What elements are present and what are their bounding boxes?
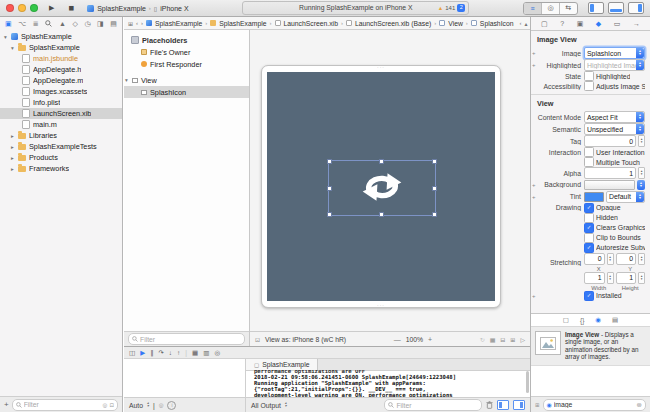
object-library-icon[interactable]: ◉ [595, 316, 601, 324]
outline-filter-input[interactable] [140, 335, 241, 344]
outline-placeholders-header[interactable]: Placeholders [124, 34, 249, 46]
nav-item-info-plist[interactable]: Info.plist [0, 97, 122, 108]
stretch-y-field[interactable]: 0 [616, 253, 637, 265]
step-over-button[interactable]: ↷ [158, 349, 163, 357]
find-navigator-icon[interactable] [45, 20, 52, 28]
code-snippet-library-icon[interactable]: {} [580, 317, 584, 324]
popup-arrows-icon[interactable]: ▴▾ [637, 180, 645, 190]
related-items-icon[interactable]: ⊞ [128, 20, 133, 27]
breakpoints-toggle-button[interactable]: ▶ [140, 349, 145, 357]
outline-filter-field[interactable] [128, 333, 245, 345]
nav-item-project-splashexample[interactable]: ▾ SplashExample [0, 31, 122, 42]
standard-editor-button[interactable]: ≡ [524, 3, 542, 14]
library-search-field[interactable]: ◉ ⊗ [543, 399, 646, 411]
run-button[interactable]: ▶ [49, 4, 54, 12]
resize-handle[interactable] [379, 212, 384, 217]
report-navigator-icon[interactable]: ▤ [110, 20, 117, 28]
resolve-issues-button[interactable]: ▷ [520, 336, 525, 343]
highlighted-checkbox[interactable] [584, 71, 594, 81]
align-button[interactable]: ⊟ [500, 336, 505, 343]
project-navigator-icon[interactable]: ▣ [5, 20, 12, 28]
identity-inspector-icon[interactable]: ▣ [577, 20, 584, 28]
add-variation-button[interactable]: + [532, 62, 536, 68]
add-variation-button[interactable]: + [532, 182, 536, 188]
clears-graphics-context-checkbox[interactable]: ✓ [584, 223, 594, 233]
crumb-project[interactable]: SplashExample [155, 20, 202, 27]
installed-checkbox[interactable]: ✓ [584, 291, 594, 301]
toggle-debug-area-button[interactable] [608, 2, 624, 14]
version-editor-button[interactable]: ⇆ [560, 3, 577, 14]
disclosure-icon[interactable]: ▸ [10, 155, 15, 161]
disclosure-icon[interactable]: ▾ [124, 77, 129, 83]
issue-up-icon[interactable]: ▴ [525, 20, 528, 27]
crumb-group[interactable]: SplashExample [219, 20, 266, 27]
issue-badge[interactable]: 2 [457, 4, 465, 12]
popup-arrows-icon[interactable]: ▴▾ [636, 192, 644, 202]
variables-scope-popup[interactable]: Auto [129, 402, 143, 409]
resize-handle[interactable] [432, 186, 437, 191]
toggle-navigator-button[interactable] [588, 2, 604, 14]
debug-memory-graph-button[interactable]: ▥ [203, 349, 209, 357]
breakpoint-navigator-icon[interactable]: ◨ [97, 20, 104, 28]
add-variation-button[interactable]: + [532, 50, 536, 56]
console-session-tab[interactable]: ▢ SplashExample [246, 359, 318, 370]
nav-item-images-xcassets[interactable]: Images.xcassets [0, 86, 122, 97]
stretch-x-stepper[interactable]: ▴▾ [607, 253, 614, 265]
nav-item-appdelegate-m[interactable]: AppDelegate.m [0, 75, 122, 86]
quick-help-inspector-icon[interactable]: ? [560, 20, 564, 27]
autoresize-subviews-checkbox[interactable]: ✓ [584, 243, 594, 253]
stretch-width-field[interactable]: 1 [584, 272, 605, 284]
outline-files-owner[interactable]: File's Owner [124, 46, 249, 58]
symbol-navigator-icon[interactable]: ≣ [33, 20, 39, 28]
warning-count[interactable]: 141 [445, 5, 455, 11]
grid-view-button[interactable]: ⊞ [535, 402, 540, 408]
size-inspector-icon[interactable]: ▭ [614, 20, 621, 28]
zoom-in-button[interactable]: + [428, 336, 432, 343]
splashicon-selection[interactable] [328, 160, 436, 216]
file-inspector-icon[interactable]: ▢ [541, 20, 548, 28]
alpha-stepper[interactable]: ▴▾ [638, 167, 645, 179]
attributes-inspector-icon[interactable]: ◆ [596, 20, 601, 28]
tint-popup[interactable]: Default ▴▾ [606, 191, 645, 203]
update-frames-button[interactable]: ↻ [480, 336, 485, 343]
connections-inspector-icon[interactable]: → [633, 20, 640, 27]
disclosure-icon[interactable]: ▸ [10, 144, 15, 150]
warning-icon[interactable]: ▲ [438, 5, 443, 11]
nav-item-main-jsbundle[interactable]: main.jsbundle [0, 53, 122, 64]
crumb-file[interactable]: LaunchScreen.xib [284, 20, 338, 27]
go-forward-button[interactable]: › [141, 20, 143, 26]
multiple-touch-checkbox[interactable] [584, 157, 594, 167]
opaque-checkbox[interactable]: ✓ [584, 203, 594, 213]
previous-issue-button[interactable]: ‹ [520, 20, 522, 26]
step-into-button[interactable]: ↓ [169, 349, 172, 356]
toggle-utilities-button[interactable] [628, 2, 644, 14]
show-console-view-button[interactable] [513, 400, 525, 410]
add-file-button[interactable]: + [4, 400, 9, 409]
crumb-splashicon[interactable]: SplashIcon [480, 20, 514, 27]
resize-handle[interactable] [432, 212, 437, 217]
disclosure-icon[interactable]: ▸ [10, 166, 15, 172]
source-control-navigator-icon[interactable]: ⌥ [18, 20, 26, 28]
stretch-y-stepper[interactable]: ▴▾ [638, 253, 645, 265]
scheme-selector[interactable]: SplashExample › ▯ iPhone X [87, 5, 188, 12]
add-variation-button[interactable]: + [532, 293, 536, 299]
user-interaction-checkbox[interactable] [584, 147, 594, 157]
outline-toggle-button[interactable]: ⊡ [255, 336, 260, 343]
recent-files-icon[interactable]: ◎ [103, 402, 108, 408]
library-item-image-view[interactable]: Image View - Displays a single image, or… [531, 327, 650, 366]
navigator-filter-input[interactable] [24, 400, 101, 409]
disclosure-icon[interactable]: ▸ [10, 133, 15, 139]
stretch-width-stepper[interactable]: ▴▾ [607, 272, 614, 284]
stretch-height-stepper[interactable]: ▴▾ [638, 272, 645, 284]
highlighted-combo[interactable]: Highlighted Image ▴▾ [584, 59, 645, 71]
nav-item-main-m[interactable]: main.m [0, 119, 122, 130]
nav-item-libraries[interactable]: ▸ Libraries [0, 130, 122, 141]
combo-arrows-icon[interactable]: ▴▾ [636, 48, 644, 58]
debug-navigator-icon[interactable]: ◷ [84, 20, 90, 28]
view-as-label[interactable]: View as: iPhone 8 (wC hR) [265, 336, 346, 343]
launch-screen-view[interactable] [267, 72, 495, 301]
tag-stepper[interactable]: ▴▾ [638, 135, 645, 147]
minimize-window-button[interactable] [18, 4, 26, 12]
stretch-height-field[interactable]: 1 [616, 272, 637, 284]
step-out-button[interactable]: ↑ [177, 349, 180, 356]
